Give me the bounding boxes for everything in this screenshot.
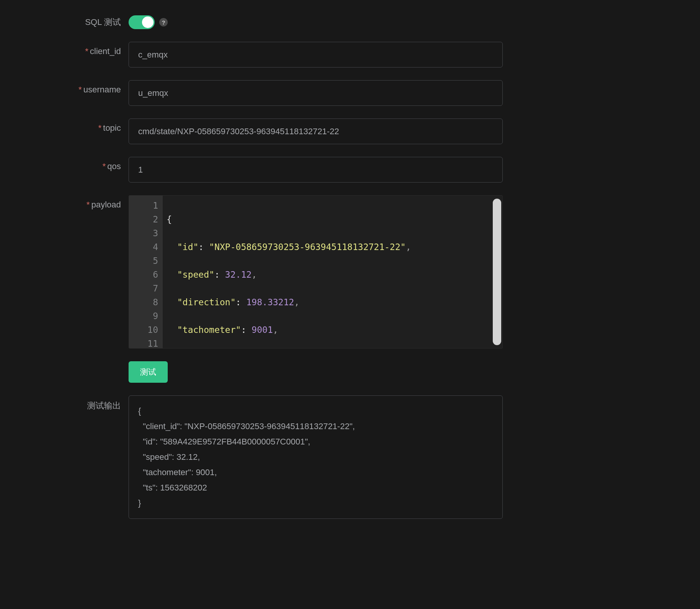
topic-row: * topic <box>35 119 572 144</box>
required-marker: * <box>86 200 90 210</box>
payload-row: * payload 1 2 3 4 5 6 7 8 9 10 11 { "i <box>35 195 572 349</box>
output-label: 测试输出 <box>35 395 129 411</box>
sql-test-toggle[interactable] <box>129 15 155 29</box>
test-output[interactable]: { "client_id": "NXP-058659730253-9639451… <box>129 395 503 519</box>
username-input[interactable] <box>129 80 503 106</box>
qos-row: * qos <box>35 157 572 183</box>
help-icon[interactable]: ? <box>159 18 168 26</box>
line-gutter: 1 2 3 4 5 6 7 8 9 10 11 <box>129 196 163 348</box>
required-marker: * <box>98 123 102 133</box>
toggle-knob <box>142 16 154 28</box>
required-marker: * <box>102 161 106 171</box>
topic-input[interactable] <box>129 119 503 144</box>
sql-test-row: SQL 测试 ? <box>35 15 572 29</box>
topic-label: topic <box>103 123 121 133</box>
test-button[interactable]: 测试 <box>129 361 168 383</box>
username-label: username <box>83 85 121 95</box>
username-row: * username <box>35 80 572 106</box>
client-id-input[interactable] <box>129 42 503 67</box>
code-content[interactable]: { "id": "NXP-058659730253-96394511813272… <box>163 196 502 348</box>
client-id-label: client_id <box>90 46 121 56</box>
required-marker: * <box>85 46 89 56</box>
qos-label: qos <box>107 161 121 171</box>
required-marker: * <box>79 85 82 95</box>
form-container: SQL 测试 ? * client_id * username * topic <box>35 15 572 519</box>
button-row: 测试 <box>35 361 572 395</box>
output-row: 测试输出 { "client_id": "NXP-058659730253-96… <box>35 395 572 519</box>
client-id-row: * client_id <box>35 42 572 67</box>
editor-scrollbar[interactable] <box>493 199 501 345</box>
qos-input[interactable] <box>129 157 503 183</box>
payload-editor[interactable]: 1 2 3 4 5 6 7 8 9 10 11 { "id": "NXP-058… <box>129 195 503 349</box>
payload-label: payload <box>91 200 121 210</box>
sql-test-label: SQL 测试 <box>35 16 129 28</box>
